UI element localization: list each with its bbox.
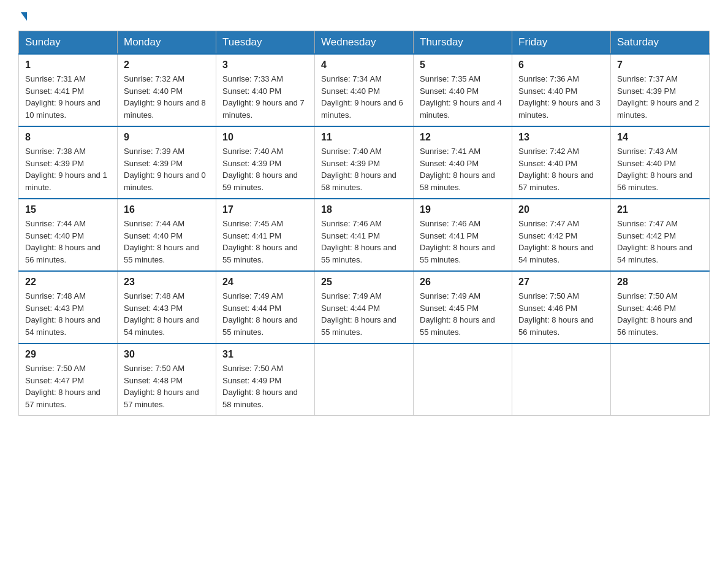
day-info: Sunrise: 7:49 AMSunset: 4:45 PMDaylight:… <box>420 290 506 338</box>
day-info: Sunrise: 7:49 AMSunset: 4:44 PMDaylight:… <box>321 290 407 338</box>
day-number: 17 <box>222 204 308 215</box>
day-number: 21 <box>617 204 703 215</box>
calendar-cell: 11Sunrise: 7:40 AMSunset: 4:39 PMDayligh… <box>315 126 414 199</box>
calendar-cell: 1Sunrise: 7:31 AMSunset: 4:41 PMDaylight… <box>19 54 118 126</box>
calendar-cell: 6Sunrise: 7:36 AMSunset: 4:40 PMDaylight… <box>512 54 611 126</box>
day-number: 10 <box>222 132 308 143</box>
day-info: Sunrise: 7:44 AMSunset: 4:40 PMDaylight:… <box>25 218 111 266</box>
day-number: 23 <box>124 277 210 288</box>
day-number: 26 <box>420 277 506 288</box>
day-number: 12 <box>420 132 506 143</box>
day-number: 14 <box>617 132 703 143</box>
calendar-cell <box>414 343 512 416</box>
day-of-week-header: Monday <box>118 31 216 55</box>
day-info: Sunrise: 7:33 AMSunset: 4:40 PMDaylight:… <box>222 73 308 121</box>
day-info: Sunrise: 7:35 AMSunset: 4:40 PMDaylight:… <box>420 73 506 121</box>
page-header <box>18 12 710 21</box>
day-info: Sunrise: 7:40 AMSunset: 4:39 PMDaylight:… <box>222 145 308 193</box>
day-info: Sunrise: 7:50 AMSunset: 4:47 PMDaylight:… <box>25 362 111 410</box>
day-number: 28 <box>617 277 703 288</box>
calendar-cell: 16Sunrise: 7:44 AMSunset: 4:40 PMDayligh… <box>118 199 216 271</box>
calendar-cell: 4Sunrise: 7:34 AMSunset: 4:40 PMDaylight… <box>315 54 414 126</box>
calendar-cell: 30Sunrise: 7:50 AMSunset: 4:48 PMDayligh… <box>118 343 216 416</box>
week-row: 15Sunrise: 7:44 AMSunset: 4:40 PMDayligh… <box>19 199 710 271</box>
calendar-cell: 3Sunrise: 7:33 AMSunset: 4:40 PMDaylight… <box>216 54 315 126</box>
day-number: 15 <box>25 204 111 215</box>
day-of-week-header: Wednesday <box>315 31 414 55</box>
calendar-cell: 24Sunrise: 7:49 AMSunset: 4:44 PMDayligh… <box>216 271 315 343</box>
logo <box>18 12 27 21</box>
day-info: Sunrise: 7:43 AMSunset: 4:40 PMDaylight:… <box>617 145 703 193</box>
day-info: Sunrise: 7:50 AMSunset: 4:46 PMDaylight:… <box>518 290 604 338</box>
calendar-cell: 22Sunrise: 7:48 AMSunset: 4:43 PMDayligh… <box>19 271 118 343</box>
day-number: 13 <box>518 132 604 143</box>
calendar-cell: 21Sunrise: 7:47 AMSunset: 4:42 PMDayligh… <box>611 199 710 271</box>
calendar-cell: 8Sunrise: 7:38 AMSunset: 4:39 PMDaylight… <box>19 126 118 199</box>
day-number: 25 <box>321 277 407 288</box>
day-number: 2 <box>124 59 210 71</box>
day-info: Sunrise: 7:47 AMSunset: 4:42 PMDaylight:… <box>518 218 604 266</box>
calendar-cell: 15Sunrise: 7:44 AMSunset: 4:40 PMDayligh… <box>19 199 118 271</box>
calendar-cell: 5Sunrise: 7:35 AMSunset: 4:40 PMDaylight… <box>414 54 512 126</box>
calendar-cell: 29Sunrise: 7:50 AMSunset: 4:47 PMDayligh… <box>19 343 118 416</box>
day-info: Sunrise: 7:41 AMSunset: 4:40 PMDaylight:… <box>420 145 506 193</box>
days-header-row: SundayMondayTuesdayWednesdayThursdayFrid… <box>19 31 710 55</box>
logo-blue-text <box>18 12 27 21</box>
calendar-cell: 23Sunrise: 7:48 AMSunset: 4:43 PMDayligh… <box>118 271 216 343</box>
day-info: Sunrise: 7:47 AMSunset: 4:42 PMDaylight:… <box>617 218 703 266</box>
day-number: 19 <box>420 204 506 215</box>
calendar-cell <box>315 343 414 416</box>
day-info: Sunrise: 7:45 AMSunset: 4:41 PMDaylight:… <box>222 218 308 266</box>
day-number: 8 <box>25 132 111 143</box>
day-number: 11 <box>321 132 407 143</box>
day-info: Sunrise: 7:46 AMSunset: 4:41 PMDaylight:… <box>420 218 506 266</box>
calendar-cell: 27Sunrise: 7:50 AMSunset: 4:46 PMDayligh… <box>512 271 611 343</box>
calendar-cell: 13Sunrise: 7:42 AMSunset: 4:40 PMDayligh… <box>512 126 611 199</box>
calendar-cell: 9Sunrise: 7:39 AMSunset: 4:39 PMDaylight… <box>118 126 216 199</box>
day-number: 1 <box>25 59 111 71</box>
calendar-cell: 28Sunrise: 7:50 AMSunset: 4:46 PMDayligh… <box>611 271 710 343</box>
calendar-cell: 7Sunrise: 7:37 AMSunset: 4:39 PMDaylight… <box>611 54 710 126</box>
day-info: Sunrise: 7:48 AMSunset: 4:43 PMDaylight:… <box>25 290 111 338</box>
logo-triangle-icon <box>21 12 27 21</box>
day-number: 3 <box>222 59 308 71</box>
day-of-week-header: Saturday <box>611 31 710 55</box>
calendar-cell: 2Sunrise: 7:32 AMSunset: 4:40 PMDaylight… <box>118 54 216 126</box>
day-info: Sunrise: 7:32 AMSunset: 4:40 PMDaylight:… <box>124 73 210 121</box>
day-of-week-header: Tuesday <box>216 31 315 55</box>
day-number: 30 <box>124 349 210 360</box>
calendar-cell: 19Sunrise: 7:46 AMSunset: 4:41 PMDayligh… <box>414 199 512 271</box>
day-number: 16 <box>124 204 210 215</box>
day-number: 20 <box>518 204 604 215</box>
week-row: 22Sunrise: 7:48 AMSunset: 4:43 PMDayligh… <box>19 271 710 343</box>
calendar-cell: 25Sunrise: 7:49 AMSunset: 4:44 PMDayligh… <box>315 271 414 343</box>
day-number: 29 <box>25 349 111 360</box>
day-number: 24 <box>222 277 308 288</box>
calendar-cell: 18Sunrise: 7:46 AMSunset: 4:41 PMDayligh… <box>315 199 414 271</box>
day-info: Sunrise: 7:50 AMSunset: 4:49 PMDaylight:… <box>222 362 308 410</box>
day-number: 31 <box>222 349 308 360</box>
calendar-cell: 26Sunrise: 7:49 AMSunset: 4:45 PMDayligh… <box>414 271 512 343</box>
week-row: 8Sunrise: 7:38 AMSunset: 4:39 PMDaylight… <box>19 126 710 199</box>
day-number: 5 <box>420 59 506 71</box>
day-info: Sunrise: 7:40 AMSunset: 4:39 PMDaylight:… <box>321 145 407 193</box>
calendar-cell: 17Sunrise: 7:45 AMSunset: 4:41 PMDayligh… <box>216 199 315 271</box>
day-info: Sunrise: 7:36 AMSunset: 4:40 PMDaylight:… <box>518 73 604 121</box>
calendar-cell: 20Sunrise: 7:47 AMSunset: 4:42 PMDayligh… <box>512 199 611 271</box>
calendar-cell: 14Sunrise: 7:43 AMSunset: 4:40 PMDayligh… <box>611 126 710 199</box>
day-info: Sunrise: 7:44 AMSunset: 4:40 PMDaylight:… <box>124 218 210 266</box>
day-info: Sunrise: 7:46 AMSunset: 4:41 PMDaylight:… <box>321 218 407 266</box>
day-info: Sunrise: 7:38 AMSunset: 4:39 PMDaylight:… <box>25 145 111 193</box>
calendar-cell: 10Sunrise: 7:40 AMSunset: 4:39 PMDayligh… <box>216 126 315 199</box>
day-of-week-header: Friday <box>512 31 611 55</box>
day-info: Sunrise: 7:49 AMSunset: 4:44 PMDaylight:… <box>222 290 308 338</box>
day-info: Sunrise: 7:42 AMSunset: 4:40 PMDaylight:… <box>518 145 604 193</box>
calendar-cell: 12Sunrise: 7:41 AMSunset: 4:40 PMDayligh… <box>414 126 512 199</box>
day-info: Sunrise: 7:50 AMSunset: 4:46 PMDaylight:… <box>617 290 703 338</box>
week-row: 1Sunrise: 7:31 AMSunset: 4:41 PMDaylight… <box>19 54 710 126</box>
day-info: Sunrise: 7:37 AMSunset: 4:39 PMDaylight:… <box>617 73 703 121</box>
day-info: Sunrise: 7:31 AMSunset: 4:41 PMDaylight:… <box>25 73 111 121</box>
day-number: 18 <box>321 204 407 215</box>
calendar-cell <box>512 343 611 416</box>
day-number: 4 <box>321 59 407 71</box>
